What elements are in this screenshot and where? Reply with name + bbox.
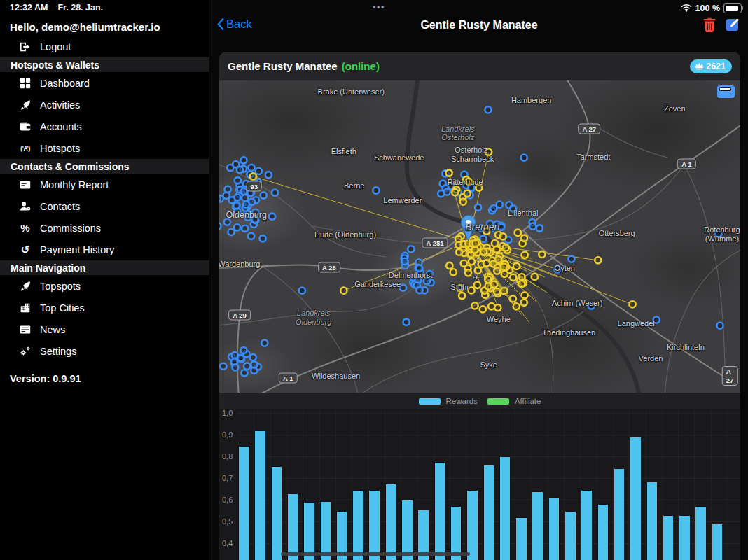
page-title: Gentle Rusty Manatee [209,19,748,31]
sidebar-item-commissions[interactable]: %Commissions [0,217,209,239]
chart-gridline [238,413,740,414]
reward-scale-badge: 2621 [690,59,732,74]
map-expand-button[interactable] [717,85,735,98]
sidebar-item-top-cities[interactable]: Top Cities [0,297,209,318]
status-bar-right: 100 % [681,2,742,15]
status-bar-left: 12:32 AM Fr. 28. Jan. [0,0,209,13]
edit-pencil-icon [726,17,740,31]
reward-bar [515,517,527,560]
sidebar-item-settings[interactable]: Settings [0,340,209,362]
y-axis-tick: 0,9 [219,430,238,439]
reward-bar [320,501,332,560]
reward-bar [238,446,250,560]
reward-bar [368,490,380,560]
reward-bar [614,468,625,560]
sidebar-item-label: Activities [40,99,80,111]
reward-bar [581,490,593,560]
logout-icon [18,40,32,54]
chart-gridline [238,456,740,457]
reward-bar [401,500,413,560]
trash-icon [702,17,716,32]
sidebar-item-label: Topspots [40,281,81,292]
reward-bar [548,498,560,560]
rocket-icon [18,98,32,112]
reward-bar [646,482,658,560]
chart-plot-area: 1,00,90,80,70,60,50,4 [219,410,740,560]
sidebar-item-news[interactable]: News [0,318,209,340]
reward-bar [434,462,446,560]
y-axis-tick: 0,8 [219,452,238,461]
battery-icon [723,4,742,13]
chart-legend: RewardsAffiliate [219,393,740,410]
main-panel: ••• 100 % Back Gentle Rusty Manatee Gent… [209,0,748,560]
reward-bar [287,493,299,560]
sidebar-item-label: Settings [40,346,76,357]
reward-bar [695,506,707,560]
y-axis-tick: 1,0 [219,410,238,417]
sidebar-item-payment-history[interactable]: ↺Payment History [0,239,209,260]
reward-bar [271,466,283,560]
chart-scrollbar[interactable] [281,552,470,556]
badge-count: 2621 [706,62,726,71]
section-header: Contacts & Commissions [0,159,209,174]
sidebar-item-label: Commissions [40,223,101,234]
reward-bar [679,515,691,560]
sidebar-item-label: Top Cities [40,302,85,314]
hotspot-name: Gentle Rusty Manatee [228,60,338,72]
legend-swatch [419,398,441,405]
y-axis-tick: 0,6 [219,496,238,504]
rewards-chart[interactable]: 1,00,90,80,70,60,50,4 [219,410,740,560]
wallet-icon [18,120,32,134]
sidebar-item-activities[interactable]: Activities [0,94,209,115]
reward-bar [352,490,364,560]
city-icon [18,301,32,315]
reward-bar [483,465,495,560]
reward-bar [466,490,478,560]
logout-label: Logout [40,41,71,52]
hotspot-markers-layer[interactable] [219,106,723,376]
sidebar-item-label: Accounts [40,121,82,132]
legend-swatch [487,398,509,405]
reward-bar [532,491,543,560]
reward-bar [303,502,315,560]
app-version: Version: 0.9.91 [0,373,209,384]
y-axis-tick: 0,5 [219,517,238,526]
sidebar-item-label: Hotspots [40,143,80,154]
map-layers [219,80,740,393]
navigation-bar: Back Gentle Rusty Manatee [209,14,748,39]
history-icon: ↺ [18,243,32,257]
reward-bar [663,515,674,560]
logout-button[interactable]: Logout [0,36,209,57]
sidebar-item-hotspots[interactable]: (’A’)Hotspots [0,137,209,159]
edit-button[interactable] [726,17,740,31]
sidebar-item-accounts[interactable]: Accounts [0,115,209,137]
sidebar-item-label: News [40,324,65,335]
y-axis-tick: 0,7 [219,474,238,482]
percent-icon: % [18,221,32,235]
sidebar-item-monthly-report[interactable]: Monthly Report [0,174,209,195]
hotspot-map[interactable]: Brake (Unterweser)HambergenZevenLandkrei… [219,80,740,393]
wifi-icon [681,2,692,15]
reward-bar [254,430,266,560]
chart-gridline [238,435,740,435]
reward-bar [597,504,609,560]
delete-button[interactable] [702,17,716,33]
sidebar-item-topspots[interactable]: Topspots [0,275,209,297]
multitask-indicator[interactable]: ••• [373,1,385,12]
section-header: Hotspots & Wallets [0,57,209,72]
reward-bar [499,456,511,560]
report-card-icon [18,178,32,192]
dashboard-grid-icon [18,76,32,90]
sidebar-item-contacts[interactable]: Contacts [0,195,209,217]
news-icon [18,323,32,337]
rocket-icon [18,279,32,293]
reward-bar [630,437,642,560]
crown-icon [695,62,704,70]
sidebar-item-label: Dashboard [40,78,90,89]
hotspot-card-header: Gentle Rusty Manatee (online) 2621 [219,52,740,80]
hotspot-card: Gentle Rusty Manatee (online) 2621 Brake… [219,52,740,560]
antenna-icon: (’A’) [18,141,32,155]
y-axis-tick: 0,4 [219,539,238,547]
sidebar-item-dashboard[interactable]: Dashboard [0,72,209,94]
sidebar: 12:32 AM Fr. 28. Jan. Hello, demo@helium… [0,0,209,560]
